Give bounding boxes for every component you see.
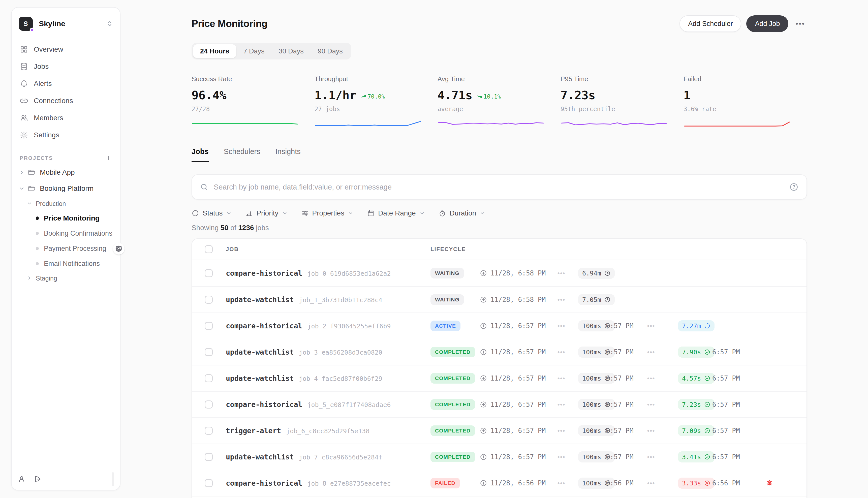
row-checkbox[interactable]: [205, 348, 213, 356]
logout-icon[interactable]: [34, 475, 42, 483]
select-all-checkbox[interactable]: [205, 245, 213, 253]
table-row[interactable]: compare-historical job_2_f930645255eff6b…: [192, 313, 806, 339]
chevron-right-icon[interactable]: [27, 275, 33, 281]
job-name: trigger-alert: [226, 427, 281, 435]
sidebar-item-booking-confirmations[interactable]: Booking Confirmations: [16, 226, 116, 241]
chevron-down-icon[interactable]: [27, 201, 33, 207]
queue-duration-text: 100ms: [582, 322, 601, 330]
chevron-right-icon[interactable]: [19, 169, 25, 175]
search-input[interactable]: [214, 183, 789, 191]
sidebar-item-connections[interactable]: Connections: [16, 92, 116, 109]
more-options-button[interactable]: •••: [793, 19, 807, 28]
help-icon[interactable]: [789, 182, 799, 192]
job-name: compare-historical: [226, 401, 302, 409]
row-checkbox[interactable]: [205, 479, 213, 487]
table-row[interactable]: update-watchlist job_3_ea856208d3ca0820 …: [192, 339, 806, 365]
add-scheduler-button[interactable]: Add Scheduler: [680, 15, 741, 32]
time-range-switcher: 24 Hours7 Days30 Days90 Days: [192, 43, 351, 60]
table-row[interactable]: check-price job_999_6880c54b84486783 COM…: [192, 496, 806, 498]
tab-insights[interactable]: Insights: [275, 147, 301, 162]
stat-card-failed: Failed13.6% rate: [684, 75, 806, 128]
sidebar-item-alerts[interactable]: Alerts: [16, 75, 116, 92]
row-checkbox[interactable]: [205, 427, 213, 435]
time-range-30-days[interactable]: 30 Days: [272, 44, 311, 58]
table-row[interactable]: update-watchlist job_7_c8ca96656d5e284f …: [192, 444, 806, 470]
folder-icon: [28, 169, 35, 176]
queue-duration-pill: 7.05m: [578, 294, 615, 305]
filter-priority[interactable]: Priority: [245, 209, 287, 217]
job-id: job_1_3b731d0b11c288c4: [299, 297, 382, 304]
add-job-button[interactable]: Add Job: [746, 15, 788, 32]
row-checkbox[interactable]: [205, 401, 213, 408]
add-project-icon[interactable]: [105, 155, 112, 161]
environment-label: Production: [36, 200, 66, 207]
table-row[interactable]: compare-historical job_0_619d6853ed1a62a…: [192, 260, 806, 286]
job-id: job_7_c8ca96656d5e284f: [299, 454, 382, 461]
sliders-icon: [301, 209, 309, 217]
tab-jobs[interactable]: Jobs: [192, 147, 209, 162]
sparkline-chart: [437, 120, 544, 128]
table-row[interactable]: update-watchlist job_1_3b731d0b11c288c4 …: [192, 286, 806, 313]
sidebar-item-production[interactable]: Production: [16, 197, 116, 211]
job-name: update-watchlist: [226, 453, 294, 461]
system-theme-monitor-icon[interactable]: [113, 243, 124, 254]
project-label: Mobile App: [40, 168, 75, 176]
time-range-24-hours[interactable]: 24 Hours: [193, 44, 236, 58]
summary-prefix: Showing: [192, 224, 219, 232]
job-id: job_6_c8cc825d29f5e138: [286, 428, 369, 435]
stats-row: Success Rate96.4%27/28Throughput1.1/hr70…: [192, 75, 807, 128]
filter-status[interactable]: Status: [192, 209, 232, 217]
start-time: 6:57 PM: [606, 375, 634, 382]
summary-of: of: [231, 224, 236, 232]
sidebar-item-payment-processing[interactable]: Payment Processing: [16, 241, 116, 256]
table-row[interactable]: compare-historical job_8_e27e88735eacefe…: [192, 470, 806, 496]
sidebar-item-settings[interactable]: Settings: [16, 127, 116, 144]
scheduled-time-text: 11/28, 6:57 PM: [490, 401, 545, 408]
user-icon[interactable]: [18, 475, 26, 483]
table-row[interactable]: trigger-alert job_6_c8cc825d29f5e138 COM…: [192, 417, 806, 444]
sidebar-item-overview[interactable]: Overview: [16, 41, 116, 58]
time-range-90-days[interactable]: 90 Days: [311, 44, 350, 58]
sidebar-item-email-notifications[interactable]: Email Notifications: [16, 256, 116, 271]
sidebar-item-staging[interactable]: Staging: [16, 271, 116, 285]
row-checkbox[interactable]: [205, 296, 213, 304]
scheduled-time-text: 11/28, 6:57 PM: [490, 453, 545, 461]
filter-duration[interactable]: Duration: [438, 209, 485, 217]
scheduled-time-text: 11/28, 6:57 PM: [490, 348, 545, 356]
chevron-down-icon[interactable]: [19, 185, 25, 192]
filter-date-range[interactable]: Date Range: [367, 209, 425, 217]
scheduled-time-text: 11/28, 6:57 PM: [490, 322, 545, 330]
tab-schedulers[interactable]: Schedulers: [224, 147, 260, 162]
table-row[interactable]: update-watchlist job_4_fac5ed87f00b6f29 …: [192, 365, 806, 391]
job-name: update-watchlist: [226, 296, 294, 304]
search-icon: [200, 183, 208, 191]
row-checkbox[interactable]: [205, 269, 213, 277]
start-time: 6:57 PM: [606, 453, 634, 461]
chevron-updown-icon[interactable]: [106, 21, 113, 27]
time-range-7-days[interactable]: 7 Days: [236, 44, 272, 58]
filter-properties[interactable]: Properties: [301, 209, 354, 217]
status-badge: COMPLETED: [431, 425, 475, 436]
end-time: 6:56 PM: [712, 479, 740, 487]
table-row[interactable]: compare-historical job_5_e087f1f7408adae…: [192, 391, 806, 417]
lifecycle-separator: •••: [557, 401, 565, 408]
sidebar-item-mobile-app[interactable]: Mobile App: [16, 164, 116, 181]
sidebar-item-price-monitoring[interactable]: Price Monitoring: [16, 211, 116, 226]
sidebar-item-members[interactable]: Members: [16, 109, 116, 127]
row-checkbox[interactable]: [205, 453, 213, 461]
queue-duration-text: 100ms: [582, 375, 601, 382]
job-id: job_4_fac5ed87f00b6f29: [299, 375, 382, 382]
sidebar-item-booking-platform[interactable]: Booking Platform: [16, 181, 116, 197]
row-checkbox[interactable]: [205, 374, 213, 382]
sidebar-item-jobs[interactable]: Jobs: [16, 58, 116, 75]
sparkline-chart: [684, 120, 790, 128]
queue-duration-text: 7.05m: [582, 296, 601, 303]
dot-icon: [36, 232, 39, 235]
theme-switcher: [112, 472, 114, 486]
workspace-switcher[interactable]: S Skyline: [12, 8, 120, 34]
row-checkbox[interactable]: [205, 322, 213, 330]
bell-icon: [19, 79, 28, 88]
bug-icon[interactable]: [766, 479, 773, 487]
projects-tree: Mobile App Booking Platform Production P…: [12, 164, 120, 285]
circle-plus-icon: [480, 375, 487, 382]
